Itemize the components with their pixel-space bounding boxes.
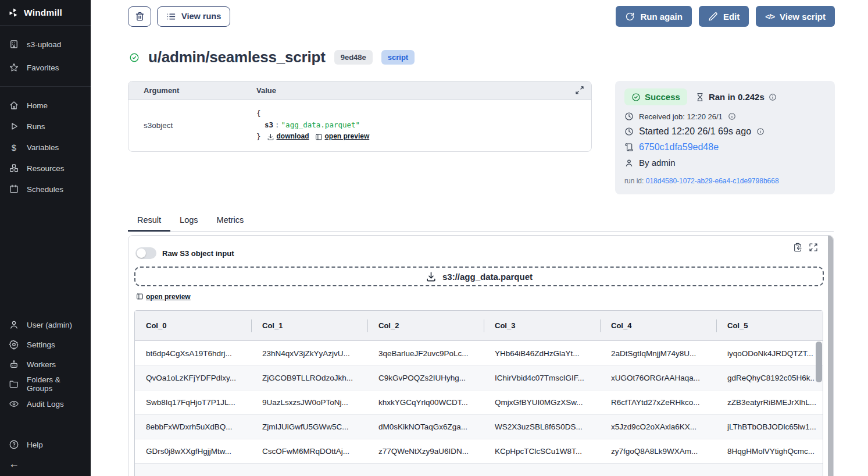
info-icon[interactable] [769,93,777,101]
clock-icon [624,112,634,121]
json-line: s3:"agg_data.parquet" [256,119,369,131]
argument-column-header: Argument [128,86,256,95]
value-column-header: Value [256,86,276,95]
collapse-sidebar-button[interactable]: ← [0,454,91,476]
info-icon[interactable] [756,127,765,136]
robot-icon [9,359,19,370]
open-preview-row: open preview [136,292,833,303]
sidebar-item-variables[interactable]: $ Variables [0,137,91,158]
status-row-main: Success Ran in 0.242s [624,88,826,105]
pencil-icon [708,12,718,22]
calendar-icon [9,184,19,194]
table-cell: 3qeBarlueJF2uvc9PoLc... [367,341,484,365]
arrow-left-icon: ← [9,458,19,470]
table-cell: zZB3eatyrRiBMEJrXlhL... [716,390,823,414]
s3-file-download-box[interactable]: s3://agg_data.parquet [134,267,824,286]
main-content: View runs Run again Edit </> [91,0,868,476]
sidebar-item-folders-groups[interactable]: Folders & Groups [0,374,91,394]
column-header: Col_1 [251,311,367,341]
expand-icon[interactable] [809,243,818,252]
clipboard-copy-icon[interactable] [793,243,802,252]
tab-result[interactable]: Result [128,211,170,232]
sidebar-item-label: Schedules [27,185,63,194]
sidebar-item-s3-upload[interactable]: s3-upload [0,33,91,56]
sidebar-item-favorites[interactable]: Favorites [0,56,91,79]
brand: Windmill [0,0,91,25]
table-cell: CscOFwM6MRqDOttAj... [251,439,367,463]
tab-metrics[interactable]: Metrics [208,211,253,232]
sidebar-item-label: Help [27,441,43,449]
json-brace-open: { [256,108,369,119]
status-row-received: Received job: 12:20 26/1 [624,112,826,121]
sidebar-item-help[interactable]: Help [0,435,91,454]
column-header: Col_0 [135,311,251,341]
result-panel-scrollbar[interactable] [828,236,833,476]
duration-label: Ran in 0.242s [709,92,765,102]
open-preview-link[interactable]: open preview [136,293,191,301]
sidebar-item-settings[interactable]: Settings [0,335,91,354]
table-cell: bt6dp4CgXsA19T6hdrj... [135,341,251,365]
table-scrollbar-thumb[interactable] [816,342,822,382]
download-icon [267,133,274,141]
view-runs-button[interactable]: View runs [157,6,230,27]
raw-s3-toggle[interactable] [135,247,156,259]
info-icon[interactable] [728,112,736,120]
json-colon: : [273,120,281,129]
title-row: u/admin/seamless_script 9ed48e script [129,48,415,66]
version-badge: 9ed48e [334,50,373,65]
run-id-row: run id: 018d4580-1072-ab29-e6a4-c1de9798… [624,177,826,185]
table-cell: GDrs0j8wXXgfHgjjMtw... [135,439,251,463]
table-cell: IChirVbid4c07TmscIGIF... [484,365,600,390]
sidebar-item-label: Favorites [27,63,59,72]
home-icon [9,100,19,111]
sidebar-item-runs[interactable]: Runs [0,116,91,137]
edit-button[interactable]: Edit [699,6,749,27]
table-cell: ZjmIJUiGwfU5GWw5C... [251,414,367,439]
table-row: 8ebbFxWDxrh5uXdBQ...ZjmIJUiGwfU5GWw5C...… [135,414,823,439]
table-cell: 8HqgHMolVYtighQcmc... [716,439,823,463]
run-id-link[interactable]: 018d4580-1072-ab29-e6a4-c1de9798b668 [646,177,779,185]
open-preview-link[interactable]: open preview [315,131,370,142]
started-label: Started 12:20 26/1 69s ago [639,126,751,137]
toolbar: View runs Run again Edit </> [128,6,835,27]
expand-arguments-button[interactable] [575,86,584,97]
table-cell: 8ebbFxWDxrh5uXdBQ... [135,414,251,439]
refresh-icon [625,12,635,22]
duration: Ran in 0.242s [695,92,777,102]
table-cell: QmjxGfBYUI0MGzXSw... [484,390,600,414]
sidebar-item-user[interactable]: User (admin) [0,315,91,335]
table-cell: KCpHpcTClcSCu1W8T... [484,439,600,463]
table-cell: iyqoODoNk4JRDQTZT... [716,341,823,365]
table-row: Swb8Iq17FqHjoT7P1JL...9UazLsxzsJW0oPToNj… [135,390,823,414]
run-again-button[interactable]: Run again [616,6,692,27]
sidebar-item-workers[interactable]: Workers [0,354,91,374]
table-cell: jLThBTbOBJODlc65lw1... [716,414,823,439]
star-icon [9,62,19,73]
sidebar-item-resources[interactable]: Resources [0,158,91,179]
sidebar-item-audit-logs[interactable]: Audit Logs [0,394,91,414]
sidebar-item-home[interactable]: Home [0,95,91,116]
arguments-table-header: Argument Value [128,81,591,100]
download-link[interactable]: download [267,131,309,142]
list-icon [166,12,176,22]
sidebar-bottom-group: User (admin) Settings Workers [0,315,91,476]
table-cell [135,463,251,476]
page: Windmill s3-upload Favorites [0,0,868,476]
status-panel: Success Ran in 0.242s [615,81,835,194]
status-row-started: Started 12:20 26/1 69s ago [624,126,826,137]
table-cell [251,463,367,476]
table-head: Col_0Col_1Col_2Col_3Col_4Col_5 [135,311,823,341]
json-brace-close: } [256,131,261,143]
view-script-button[interactable]: </> View script [756,6,835,27]
script-hash-link[interactable]: 6750c1dfa59ed48e [639,142,719,152]
delete-button[interactable] [128,6,151,27]
table-cell [367,463,484,476]
sidebar-item-schedules[interactable]: Schedules [0,179,91,200]
tab-logs[interactable]: Logs [170,211,207,232]
sidebar-nav-group: Home Runs $ Variables Resources [0,87,91,200]
code-icon: </> [765,12,774,21]
table-cell: C9kGvPOQZs2IUHyhg... [367,365,484,390]
kind-badge: script [381,50,415,65]
play-icon [9,121,19,132]
windmill-logo-icon [8,8,19,18]
